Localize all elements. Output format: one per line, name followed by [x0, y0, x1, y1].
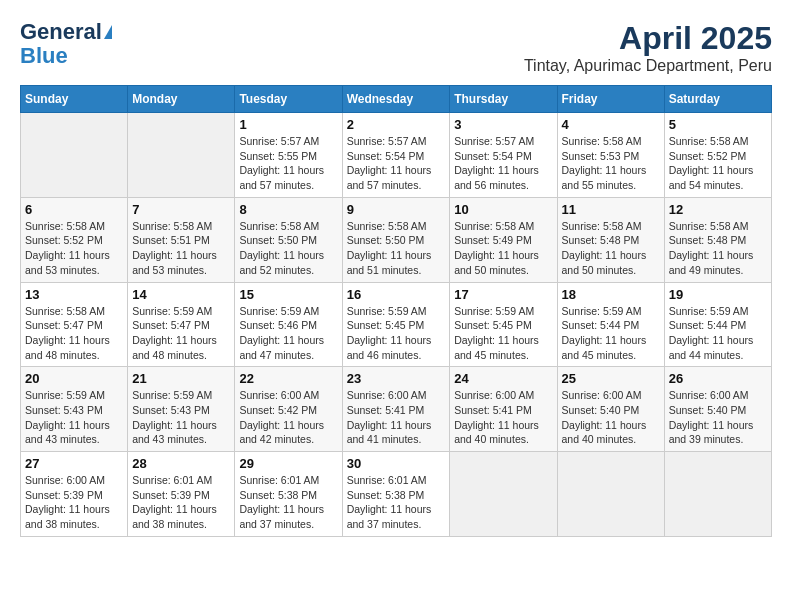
- logo-general: General: [20, 20, 102, 44]
- calendar-cell: 12Sunrise: 5:58 AM Sunset: 5:48 PM Dayli…: [664, 197, 771, 282]
- weekday-header: Wednesday: [342, 86, 450, 113]
- day-number: 11: [562, 202, 660, 217]
- calendar-cell: [557, 452, 664, 537]
- day-info: Sunrise: 5:59 AM Sunset: 5:44 PM Dayligh…: [669, 304, 767, 363]
- day-number: 8: [239, 202, 337, 217]
- calendar-header: SundayMondayTuesdayWednesdayThursdayFrid…: [21, 86, 772, 113]
- day-number: 28: [132, 456, 230, 471]
- day-info: Sunrise: 6:01 AM Sunset: 5:38 PM Dayligh…: [239, 473, 337, 532]
- day-number: 19: [669, 287, 767, 302]
- weekday-header: Friday: [557, 86, 664, 113]
- day-number: 24: [454, 371, 552, 386]
- day-number: 3: [454, 117, 552, 132]
- day-info: Sunrise: 5:59 AM Sunset: 5:44 PM Dayligh…: [562, 304, 660, 363]
- day-info: Sunrise: 5:57 AM Sunset: 5:54 PM Dayligh…: [347, 134, 446, 193]
- day-number: 21: [132, 371, 230, 386]
- calendar-week: 6Sunrise: 5:58 AM Sunset: 5:52 PM Daylig…: [21, 197, 772, 282]
- calendar-week: 20Sunrise: 5:59 AM Sunset: 5:43 PM Dayli…: [21, 367, 772, 452]
- calendar-cell: 11Sunrise: 5:58 AM Sunset: 5:48 PM Dayli…: [557, 197, 664, 282]
- day-info: Sunrise: 5:59 AM Sunset: 5:47 PM Dayligh…: [132, 304, 230, 363]
- day-number: 6: [25, 202, 123, 217]
- day-info: Sunrise: 5:58 AM Sunset: 5:50 PM Dayligh…: [239, 219, 337, 278]
- day-info: Sunrise: 5:59 AM Sunset: 5:46 PM Dayligh…: [239, 304, 337, 363]
- calendar-cell: 1Sunrise: 5:57 AM Sunset: 5:55 PM Daylig…: [235, 113, 342, 198]
- calendar-cell: 25Sunrise: 6:00 AM Sunset: 5:40 PM Dayli…: [557, 367, 664, 452]
- calendar-cell: 22Sunrise: 6:00 AM Sunset: 5:42 PM Dayli…: [235, 367, 342, 452]
- calendar-cell: 27Sunrise: 6:00 AM Sunset: 5:39 PM Dayli…: [21, 452, 128, 537]
- day-number: 4: [562, 117, 660, 132]
- day-info: Sunrise: 5:59 AM Sunset: 5:45 PM Dayligh…: [454, 304, 552, 363]
- day-number: 26: [669, 371, 767, 386]
- day-info: Sunrise: 6:00 AM Sunset: 5:42 PM Dayligh…: [239, 388, 337, 447]
- calendar-cell: 15Sunrise: 5:59 AM Sunset: 5:46 PM Dayli…: [235, 282, 342, 367]
- calendar-cell: 20Sunrise: 5:59 AM Sunset: 5:43 PM Dayli…: [21, 367, 128, 452]
- calendar-cell: 23Sunrise: 6:00 AM Sunset: 5:41 PM Dayli…: [342, 367, 450, 452]
- day-info: Sunrise: 5:59 AM Sunset: 5:43 PM Dayligh…: [132, 388, 230, 447]
- day-number: 2: [347, 117, 446, 132]
- day-info: Sunrise: 6:01 AM Sunset: 5:38 PM Dayligh…: [347, 473, 446, 532]
- calendar-cell: 16Sunrise: 5:59 AM Sunset: 5:45 PM Dayli…: [342, 282, 450, 367]
- day-number: 12: [669, 202, 767, 217]
- day-info: Sunrise: 5:58 AM Sunset: 5:48 PM Dayligh…: [562, 219, 660, 278]
- day-info: Sunrise: 5:57 AM Sunset: 5:55 PM Dayligh…: [239, 134, 337, 193]
- calendar-cell: 29Sunrise: 6:01 AM Sunset: 5:38 PM Dayli…: [235, 452, 342, 537]
- calendar-cell: 9Sunrise: 5:58 AM Sunset: 5:50 PM Daylig…: [342, 197, 450, 282]
- title-block: April 2025 Tintay, Apurimac Department, …: [524, 20, 772, 75]
- day-number: 1: [239, 117, 337, 132]
- calendar-cell: 4Sunrise: 5:58 AM Sunset: 5:53 PM Daylig…: [557, 113, 664, 198]
- day-number: 7: [132, 202, 230, 217]
- day-number: 22: [239, 371, 337, 386]
- day-number: 20: [25, 371, 123, 386]
- weekday-header: Tuesday: [235, 86, 342, 113]
- logo: General Blue: [20, 20, 112, 68]
- weekday-header: Saturday: [664, 86, 771, 113]
- day-info: Sunrise: 5:57 AM Sunset: 5:54 PM Dayligh…: [454, 134, 552, 193]
- day-info: Sunrise: 6:00 AM Sunset: 5:39 PM Dayligh…: [25, 473, 123, 532]
- calendar-week: 1Sunrise: 5:57 AM Sunset: 5:55 PM Daylig…: [21, 113, 772, 198]
- calendar-table: SundayMondayTuesdayWednesdayThursdayFrid…: [20, 85, 772, 537]
- calendar-cell: 28Sunrise: 6:01 AM Sunset: 5:39 PM Dayli…: [128, 452, 235, 537]
- day-number: 23: [347, 371, 446, 386]
- weekday-header: Sunday: [21, 86, 128, 113]
- calendar-cell: 21Sunrise: 5:59 AM Sunset: 5:43 PM Dayli…: [128, 367, 235, 452]
- calendar-cell: [450, 452, 557, 537]
- day-info: Sunrise: 5:58 AM Sunset: 5:48 PM Dayligh…: [669, 219, 767, 278]
- day-number: 29: [239, 456, 337, 471]
- day-number: 17: [454, 287, 552, 302]
- calendar-week: 13Sunrise: 5:58 AM Sunset: 5:47 PM Dayli…: [21, 282, 772, 367]
- day-number: 13: [25, 287, 123, 302]
- calendar-cell: 30Sunrise: 6:01 AM Sunset: 5:38 PM Dayli…: [342, 452, 450, 537]
- calendar-cell: 2Sunrise: 5:57 AM Sunset: 5:54 PM Daylig…: [342, 113, 450, 198]
- weekday-header: Thursday: [450, 86, 557, 113]
- calendar-cell: 17Sunrise: 5:59 AM Sunset: 5:45 PM Dayli…: [450, 282, 557, 367]
- day-number: 18: [562, 287, 660, 302]
- calendar-cell: 18Sunrise: 5:59 AM Sunset: 5:44 PM Dayli…: [557, 282, 664, 367]
- calendar-cell: 7Sunrise: 5:58 AM Sunset: 5:51 PM Daylig…: [128, 197, 235, 282]
- day-number: 25: [562, 371, 660, 386]
- day-info: Sunrise: 5:58 AM Sunset: 5:51 PM Dayligh…: [132, 219, 230, 278]
- day-number: 5: [669, 117, 767, 132]
- day-info: Sunrise: 6:01 AM Sunset: 5:39 PM Dayligh…: [132, 473, 230, 532]
- calendar-body: 1Sunrise: 5:57 AM Sunset: 5:55 PM Daylig…: [21, 113, 772, 537]
- day-info: Sunrise: 6:00 AM Sunset: 5:40 PM Dayligh…: [669, 388, 767, 447]
- day-number: 14: [132, 287, 230, 302]
- calendar-cell: 26Sunrise: 6:00 AM Sunset: 5:40 PM Dayli…: [664, 367, 771, 452]
- day-number: 30: [347, 456, 446, 471]
- calendar-cell: [128, 113, 235, 198]
- day-info: Sunrise: 5:59 AM Sunset: 5:45 PM Dayligh…: [347, 304, 446, 363]
- calendar-subtitle: Tintay, Apurimac Department, Peru: [524, 57, 772, 75]
- calendar-cell: 24Sunrise: 6:00 AM Sunset: 5:41 PM Dayli…: [450, 367, 557, 452]
- day-info: Sunrise: 5:58 AM Sunset: 5:52 PM Dayligh…: [669, 134, 767, 193]
- logo-icon: [104, 25, 112, 39]
- day-info: Sunrise: 5:58 AM Sunset: 5:50 PM Dayligh…: [347, 219, 446, 278]
- day-info: Sunrise: 5:58 AM Sunset: 5:52 PM Dayligh…: [25, 219, 123, 278]
- calendar-cell: 5Sunrise: 5:58 AM Sunset: 5:52 PM Daylig…: [664, 113, 771, 198]
- calendar-cell: 14Sunrise: 5:59 AM Sunset: 5:47 PM Dayli…: [128, 282, 235, 367]
- day-number: 10: [454, 202, 552, 217]
- page-header: General Blue April 2025 Tintay, Apurimac…: [20, 20, 772, 75]
- calendar-cell: 3Sunrise: 5:57 AM Sunset: 5:54 PM Daylig…: [450, 113, 557, 198]
- day-number: 16: [347, 287, 446, 302]
- weekday-header: Monday: [128, 86, 235, 113]
- day-info: Sunrise: 5:59 AM Sunset: 5:43 PM Dayligh…: [25, 388, 123, 447]
- calendar-cell: 8Sunrise: 5:58 AM Sunset: 5:50 PM Daylig…: [235, 197, 342, 282]
